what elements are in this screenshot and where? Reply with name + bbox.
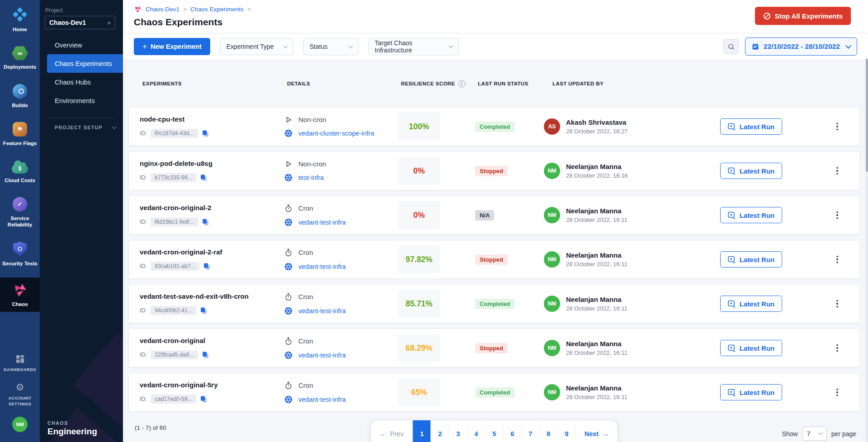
sidebar-item-environments[interactable]: Environments (47, 91, 123, 110)
experiment-name: vedant-cron-original-2 (140, 204, 284, 212)
kebab-menu-button[interactable] (834, 209, 841, 222)
search-button[interactable] (723, 39, 739, 54)
rail-label: DASHBOARDS (4, 367, 36, 372)
column-last-updated-by: LAST UPDATED BY (547, 81, 723, 86)
per-page-select[interactable]: 7 (802, 427, 827, 441)
sidebar-item-chaos-experiments[interactable]: Chaos Experiments (47, 54, 123, 73)
kebab-menu-button[interactable] (834, 165, 841, 178)
id-label: ID: (140, 352, 147, 358)
latest-run-button[interactable]: Latest Run (720, 384, 782, 400)
per-page-label: per page (831, 430, 856, 437)
infrastructure-link[interactable]: test-infra (298, 174, 324, 181)
id-label: ID: (140, 396, 147, 402)
page-header: Chaos-Dev1 > Chaos Experiments > Chaos E… (123, 0, 868, 33)
user-name: Akash Shrivastava (566, 118, 628, 126)
info-icon[interactable]: i (458, 80, 465, 87)
run-icon (728, 212, 736, 219)
stop-all-experiments-button[interactable]: Stop All Experiments (755, 7, 851, 25)
infrastructure-link[interactable]: vedant-test-infra (298, 307, 346, 315)
page-button-9[interactable]: 9 (557, 420, 576, 442)
rail-item-profile[interactable]: NM (0, 412, 40, 437)
pager: ← Prev 123456789 Next → (370, 420, 618, 442)
project-setup-toggle[interactable]: PROJECT SETUP (55, 125, 116, 130)
infrastructure-link[interactable]: vedant-cluster-scope-infra (298, 130, 374, 137)
resilience-score: 97.82% (398, 245, 440, 273)
rail-item-home[interactable]: Home (0, 2, 40, 37)
page-button-6[interactable]: 6 (503, 420, 521, 442)
rail-item-dashboards[interactable]: DASHBOARDS (0, 350, 40, 377)
experiment-name: vedant-cron-original-5ry (140, 381, 284, 389)
latest-run-button[interactable]: Latest Run (720, 118, 782, 135)
prev-page-button[interactable]: ← Prev (371, 420, 412, 442)
copy-icon[interactable] (202, 130, 209, 137)
prev-arrow-icon: ← (380, 430, 387, 437)
copy-icon[interactable] (200, 307, 208, 315)
status-badge: Completed (475, 387, 514, 398)
show-label: Show (782, 430, 798, 437)
module-title: Engineering (47, 427, 97, 437)
rail-item-security-tests[interactable]: Security Tests (0, 237, 40, 271)
date-range-picker[interactable]: 22/10/2022 - 28/10/2022 (745, 38, 857, 56)
kubernetes-icon (284, 395, 292, 404)
id-label: ID: (140, 174, 147, 181)
rail-item-account-settings[interactable]: ⚙ ACCOUNT SETTINGS (0, 378, 40, 411)
infrastructure-link[interactable]: vedant-test-infra (298, 352, 346, 359)
status-filter[interactable]: Status (303, 38, 359, 55)
breadcrumb: Chaos-Dev1 > Chaos Experiments > (134, 5, 851, 13)
latest-run-button[interactable]: Latest Run (720, 163, 782, 179)
sidebar-item-chaos-hubs[interactable]: Chaos Hubs (47, 73, 123, 91)
divider (47, 118, 116, 118)
latest-run-button[interactable]: Latest Run (720, 340, 782, 356)
target-infrastructure-filter[interactable]: Target Chaos Infrastructure (368, 38, 459, 55)
kebab-menu-button[interactable] (834, 120, 841, 133)
builds-icon (13, 84, 27, 99)
infrastructure-link[interactable]: vedant-test-infra (298, 396, 346, 403)
page-button-8[interactable]: 8 (539, 420, 557, 442)
status-badge: Completed (475, 299, 514, 309)
rail-item-deployments[interactable]: ∞ Deployments (0, 42, 40, 75)
sidebar-item-overview[interactable]: Overview (47, 36, 123, 54)
experiment-type-filter[interactable]: Experiment Type (220, 38, 293, 55)
scrollbar-thumb[interactable] (866, 59, 868, 172)
infrastructure-link[interactable]: vedant-test-infra (298, 263, 346, 270)
infrastructure-link[interactable]: vedant-test-infra (298, 219, 346, 226)
new-experiment-button[interactable]: + New Experiment (134, 38, 210, 55)
page-button-3[interactable]: 3 (449, 420, 467, 442)
kebab-menu-button[interactable] (834, 386, 841, 399)
latest-run-button[interactable]: Latest Run (720, 296, 782, 312)
kebab-menu-button[interactable] (834, 342, 841, 355)
kebab-menu-button[interactable] (834, 253, 841, 266)
resilience-score: 0% (398, 201, 440, 229)
table-row: nginx-pod-delete-u8sg ID: b773c335-99... (128, 151, 860, 190)
page-button-1[interactable]: 1 (413, 420, 431, 442)
table-row: node-cpu-test ID: f0c187d4-43d... (128, 107, 860, 146)
updated-date: 28 October 2022, 16:11 (566, 305, 627, 312)
rail-item-chaos[interactable]: Chaos (0, 277, 40, 312)
breadcrumb-experiments-link[interactable]: Chaos Experiments (190, 6, 244, 13)
latest-run-button[interactable]: Latest Run (720, 251, 782, 268)
toolbar: + New Experiment Experiment Type Status … (123, 33, 868, 60)
plus-icon: + (142, 42, 147, 51)
copy-icon[interactable] (203, 263, 211, 270)
copy-icon[interactable] (202, 351, 209, 359)
project-selector[interactable]: Chaos-Dev1 » (45, 16, 115, 29)
rail-item-builds[interactable]: Builds (0, 80, 40, 113)
latest-run-button[interactable]: Latest Run (720, 207, 782, 223)
kebab-menu-button[interactable] (834, 297, 841, 310)
page-button-2[interactable]: 2 (431, 420, 449, 442)
rail-item-feature-flags[interactable]: ⚑ Feature Flags (0, 118, 40, 151)
pagination-bar: (1 - 7) of 60 ← Prev 123456789 Next → Sh… (128, 417, 860, 442)
id-label: ID: (140, 307, 147, 314)
next-page-button[interactable]: Next → (576, 420, 618, 442)
experiment-name: node-cpu-test (140, 115, 284, 123)
page-button-4[interactable]: 4 (467, 420, 485, 442)
rail-item-cloud-costs[interactable]: $ Cloud Costs (0, 156, 40, 188)
page-button-5[interactable]: 5 (485, 420, 503, 442)
breadcrumb-project-link[interactable]: Chaos-Dev1 (146, 6, 179, 13)
rail-item-service-reliability[interactable]: ✓ Service Reliability (0, 193, 40, 233)
copy-icon[interactable] (202, 218, 209, 226)
copy-icon[interactable] (200, 395, 208, 403)
page-button-7[interactable]: 7 (521, 420, 539, 442)
copy-icon[interactable] (200, 174, 208, 182)
project-sidebar: Project Chaos-Dev1 » Overview Chaos Expe… (40, 0, 123, 442)
